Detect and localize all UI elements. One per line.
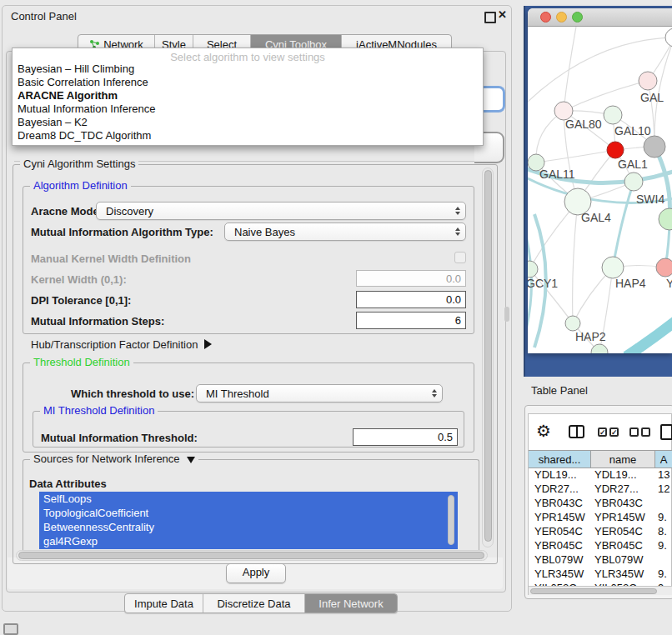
table-hscrollbar[interactable] (529, 586, 672, 595)
aracne-mode-value: Discovery (106, 205, 153, 218)
apply-button[interactable]: Apply (226, 563, 286, 583)
threshold-definition-title: Threshold Definition (30, 356, 133, 368)
table-cell: 12 (658, 482, 669, 495)
network-node-GAL1[interactable] (607, 142, 624, 158)
network-edge (536, 150, 615, 162)
network-node-label: GAL10 (614, 124, 651, 138)
network-node-GAL[interactable] (639, 72, 657, 90)
table-panel-title: Table Panel (531, 384, 588, 397)
unchecked-box-icon[interactable] (641, 428, 650, 437)
table-row[interactable]: YLR345WYLR345W9. (529, 568, 672, 582)
network-window-titlebar[interactable] (528, 8, 672, 27)
table-cell: YPR145W (534, 511, 585, 523)
settings-hscrollbar-thumb[interactable] (18, 552, 484, 559)
table-cell: 9. (658, 511, 667, 523)
collapse-down-icon (187, 457, 195, 463)
table-cell: YDR27... (534, 482, 579, 495)
table-row[interactable]: YER054CYER054C8. (529, 525, 672, 539)
dpi-tolerance-label: DPI Tolerance [0,1]: (31, 294, 131, 307)
mi-steps-label: Mutual Information Steps: (31, 315, 164, 328)
table-row[interactable]: YBR043CYBR043C (529, 497, 672, 511)
dropdown-item[interactable]: Basic Correlation Inference (13, 76, 483, 89)
table-row[interactable]: YBR045CYBR045C9. (529, 539, 672, 553)
network-node-label: GCY1 (528, 277, 558, 290)
mi-type-combobox[interactable]: Naive Bayes (224, 222, 466, 241)
column-header-name[interactable]: name (591, 450, 655, 468)
network-node[interactable] (644, 136, 665, 158)
table-row[interactable]: YBL079WYBL079W (529, 553, 672, 568)
tab-infer-network[interactable]: Infer Network (305, 594, 397, 612)
data-attributes-list[interactable]: SelfLoopsTopologicalCoefficientBetweenne… (39, 492, 458, 549)
panel-splitter-grip[interactable] (504, 307, 509, 322)
dropdown-item[interactable]: Mutual Information Inference (13, 102, 483, 116)
network-canvas[interactable]: GALGAL80GAL10GAL1GAL11SWI4GAL4GCY1HAP4YH… (528, 27, 672, 353)
bottom-tabbar: Impute DataDiscretize DataInfer Network (124, 593, 398, 613)
gear-icon[interactable]: ⚙ (536, 421, 551, 441)
network-node-label: GAL4 (581, 211, 611, 224)
network-node[interactable] (659, 208, 672, 230)
settings-hscrollbar[interactable] (16, 550, 488, 561)
network-node-label: GAL11 (539, 168, 575, 181)
network-view-window: GALGAL80GAL10GAL1GAL11SWI4GAL4GCY1HAP4YH… (528, 8, 672, 353)
table-row[interactable]: YDR27...YDR27...12 (529, 482, 672, 497)
table-row[interactable]: YPR145WYPR145W9. (529, 511, 672, 525)
dock-panel-icon[interactable] (3, 623, 18, 635)
network-node[interactable] (665, 28, 672, 47)
table-cell: YBR043C (594, 497, 643, 509)
table-header: shared...nameA (529, 450, 672, 468)
mi-threshold-field[interactable]: 0.5 (353, 428, 458, 446)
kernel-width-field[interactable]: 0.0 (356, 270, 466, 287)
checked-box-icon[interactable]: ✓ (598, 428, 607, 437)
network-node-SWI4[interactable] (624, 172, 643, 191)
dropdown-item[interactable]: Dream8 DC_TDC Algorithm (13, 129, 483, 142)
minimize-window-icon[interactable] (556, 12, 567, 22)
attribute-list-item[interactable]: SelfLoops (39, 492, 458, 506)
network-node-label: HAP2 (575, 330, 606, 343)
network-node-HAP4[interactable] (602, 257, 624, 278)
table-cell: YDL19... (534, 468, 577, 481)
attribute-list-item[interactable]: TopologicalCoefficient (39, 506, 458, 520)
settings-vscrollbar-thumb[interactable] (484, 170, 492, 542)
mi-type-value: Naive Bayes (234, 226, 295, 238)
manual-kernel-checkbox[interactable] (454, 252, 466, 263)
dropdown-item[interactable]: Bayesian – Hill Climbing (13, 62, 483, 76)
table-cell: YBL079W (534, 553, 584, 566)
zoom-window-icon[interactable] (572, 12, 583, 22)
network-node-Y[interactable] (656, 258, 672, 277)
tab-discretize-data[interactable]: Discretize Data (203, 594, 305, 612)
dropdown-item[interactable]: Bayesian – K2 (13, 116, 483, 129)
table-panel-body: ⚙ ✓ ✓ shared...nameA YDL19...YDL19...13Y… (528, 413, 672, 595)
table-cell: YBL079W (594, 553, 644, 566)
table-row[interactable]: YDL19...YDL19...13 (529, 468, 672, 482)
float-window-icon[interactable] (484, 12, 496, 23)
tab-impute-data[interactable]: Impute Data (125, 594, 203, 612)
dropdown-item[interactable]: ARACNE Algorithm (13, 89, 483, 102)
table-cell: YDR27... (594, 482, 639, 495)
mi-threshold-label: Mutual Information Threshold: (41, 432, 198, 444)
network-node-GCY1[interactable] (528, 261, 538, 278)
control-panel-title: Control Panel (11, 10, 77, 22)
columns-icon[interactable] (569, 425, 584, 438)
hub-definition-toggle[interactable]: Hub/Transcription Factor Definition (31, 338, 212, 351)
unchecked-box-icon[interactable] (629, 428, 639, 437)
data-attributes-label: Data Attributes (29, 478, 107, 490)
algorithm-dropdown-list: Bayesian – Hill ClimbingBasic Correlatio… (13, 62, 483, 142)
close-window-icon[interactable] (540, 12, 551, 22)
column-header-A[interactable]: A (655, 450, 672, 468)
table-export-icon[interactable] (660, 424, 672, 440)
checked-box-icon[interactable]: ✓ (609, 428, 619, 437)
attribute-list-item[interactable]: BetweennessCentrality (39, 520, 458, 534)
mi-steps-field[interactable]: 6 (356, 312, 466, 329)
aracne-mode-combobox[interactable]: Discovery (96, 202, 466, 220)
table-hscrollbar-thumb[interactable] (530, 588, 657, 594)
close-panel-icon[interactable]: ✕ (498, 8, 507, 21)
attribute-list-item[interactable]: gal4RGexp (39, 534, 458, 548)
dpi-tolerance-field[interactable]: 0.0 (356, 291, 466, 308)
sources-group-title[interactable]: Sources for Network Inference (30, 452, 198, 465)
attributes-vscrollbar-thumb[interactable] (448, 495, 454, 545)
network-node-GAL10[interactable] (604, 106, 622, 124)
which-threshold-combobox[interactable]: MI Threshold (196, 384, 443, 402)
settings-vscrollbar[interactable] (482, 168, 494, 548)
network-node-HAP2[interactable] (565, 316, 580, 331)
column-header-shared[interactable]: shared... (529, 450, 591, 468)
